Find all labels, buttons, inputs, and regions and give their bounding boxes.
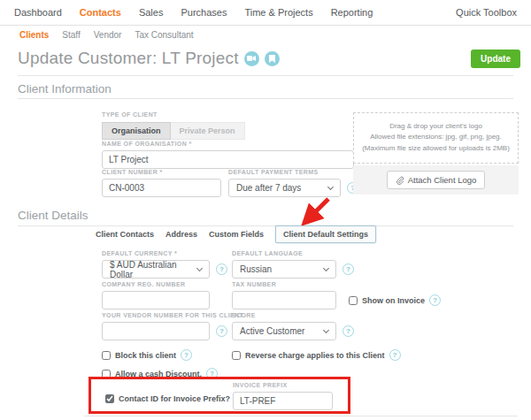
highlight-box: Contact ID for Invoice Prefix? ? INVOICE… — [88, 377, 350, 414]
client-number-label: CLIENT NUMBER * — [102, 169, 221, 175]
company-reg-number-label: COMPANY REG. NUMBER — [102, 281, 210, 287]
video-camera-icon[interactable] — [244, 51, 259, 66]
nav-item-sales[interactable]: Sales — [139, 7, 164, 18]
invoice-prefix-label: INVOICE PREFIX — [233, 382, 333, 388]
show-on-invoice-label: Show on Invoice — [362, 296, 425, 305]
vendor-number-group: YOUR VENDOR NUMBER FOR THIS CLIENT ? — [102, 312, 243, 340]
client-number-group: CLIENT NUMBER * — [102, 169, 221, 197]
tax-number-label: TAX NUMBER — [232, 281, 441, 287]
name-of-organisation-group: NAME OF ORGANISATION * — [102, 141, 354, 169]
default-payment-terms-value: Due after 7 days — [236, 183, 301, 193]
divider — [84, 416, 518, 416]
invoice-prefix-group: INVOICE PREFIX — [233, 382, 333, 410]
default-currency-select[interactable]: $ AUD Australian Dollar — [102, 260, 210, 279]
vendor-number-input[interactable] — [102, 322, 210, 340]
block-client-row: Block this client ? — [102, 349, 192, 361]
attach-client-logo-button[interactable]: Attach Client Logo — [387, 171, 486, 189]
client-details-tabs: Client Contacts Address Custom Fields Cl… — [96, 225, 376, 243]
help-icon[interactable]: ? — [181, 349, 192, 361]
dropzone-maxsize-text: (Maximum file size allowed for uploads i… — [354, 143, 518, 154]
logo-dropzone[interactable]: Drag & drop your client's logo Allowed f… — [353, 112, 519, 164]
score-label: SCORE — [232, 312, 354, 318]
default-language-label: DEFAULT LANGUAGE — [232, 250, 354, 256]
default-language-select[interactable]: Russian — [232, 260, 336, 279]
paperclip-icon — [396, 176, 404, 185]
reverse-charge-row: Reverse charge applies to this Client ? — [232, 349, 401, 361]
help-icon[interactable]: ? — [389, 349, 401, 361]
bookmark-icon[interactable] — [265, 51, 280, 66]
default-language-value: Russian — [240, 264, 272, 274]
chevron-down-icon — [327, 184, 334, 190]
score-group: SCORE Active Customer ? — [232, 312, 354, 340]
contact-id-prefix-label: Contact ID for Invoice Prefix? — [119, 394, 230, 403]
default-language-group: DEFAULT LANGUAGE Russian ? — [232, 250, 354, 279]
tab-client-default-settings[interactable]: Client Default Settings — [275, 225, 376, 243]
default-currency-group: DEFAULT CURRENCY * $ AUD Australian Doll… — [102, 250, 227, 279]
default-currency-label: DEFAULT CURRENCY * — [102, 250, 227, 256]
attach-logo-area: Attach Client Logo — [353, 165, 519, 195]
tax-number-group: TAX NUMBER Show on Invoice ? — [232, 281, 441, 309]
company-reg-number-group: COMPANY REG. NUMBER — [102, 281, 210, 309]
nav-item-quick-toolbox[interactable]: Quick Toolbox — [456, 7, 517, 18]
help-icon[interactable]: ? — [216, 263, 227, 275]
update-button[interactable]: Update — [471, 50, 520, 68]
contact-id-prefix-checkbox[interactable] — [105, 394, 114, 403]
client-information-heading: Client Information — [18, 82, 112, 95]
name-of-organisation-label: NAME OF ORGANISATION * — [102, 141, 354, 147]
block-client-label: Block this client — [115, 351, 176, 360]
attach-client-logo-label: Attach Client Logo — [408, 175, 477, 185]
tax-number-input[interactable] — [232, 291, 336, 309]
block-client-checkbox[interactable] — [102, 351, 111, 360]
help-icon[interactable]: ? — [342, 325, 354, 337]
nav-item-reporting[interactable]: Reporting — [331, 7, 373, 18]
organisation-toggle-button[interactable]: Organisation — [102, 122, 171, 140]
page-header: Update Customer: LT Project — [18, 46, 280, 71]
chevron-down-icon — [323, 327, 329, 333]
reverse-charge-label: Reverse charge applies to this Client — [245, 351, 385, 360]
client-logo-upload-panel: Drag & drop your client's logo Allowed f… — [353, 112, 519, 195]
nav-item-time-projects[interactable]: Time & Projects — [244, 7, 312, 18]
vendor-number-label: YOUR VENDOR NUMBER FOR THIS CLIENT — [102, 312, 243, 318]
divider — [18, 75, 513, 76]
tab-address[interactable]: Address — [165, 230, 197, 239]
type-of-client-group: TYPE OF CLIENT Organisation Private Pers… — [102, 111, 245, 140]
subnav-item-staff[interactable]: Staff — [62, 30, 80, 40]
invoice-prefix-input[interactable] — [233, 392, 333, 410]
default-payment-terms-label: DEFAULT PAYMENT TERMS — [228, 169, 358, 175]
nav-item-contacts[interactable]: Contacts — [80, 7, 121, 18]
subnav-item-vendor[interactable]: Vendor — [94, 30, 122, 40]
name-of-organisation-input[interactable] — [102, 150, 354, 169]
nav-item-dashboard[interactable]: Dashboard — [14, 7, 62, 18]
subnav-item-tax-consultant[interactable]: Tax Consultant — [135, 30, 193, 40]
default-payment-terms-group: DEFAULT PAYMENT TERMS Due after 7 days ? — [228, 169, 358, 197]
score-select[interactable]: Active Customer — [232, 322, 336, 340]
chevron-down-icon — [323, 265, 329, 271]
private-person-toggle-button[interactable]: Private Person — [171, 122, 245, 140]
client-details-heading: Client Details — [18, 209, 88, 222]
update-customer-page: Dashboard Contacts Sales Purchases Time … — [0, 0, 531, 420]
red-arrow-annotation — [297, 195, 333, 225]
divider — [18, 98, 513, 99]
show-on-invoice-checkbox[interactable] — [349, 296, 358, 305]
dropzone-extensions-text: Allowed file extensions: jpg, gif, png, … — [354, 132, 518, 142]
contact-id-prefix-row: Contact ID for Invoice Prefix? ? — [105, 393, 246, 404]
nav-item-purchases[interactable]: Purchases — [181, 7, 227, 18]
main-nav: Dashboard Contacts Sales Purchases Time … — [0, 0, 531, 26]
company-reg-number-input[interactable] — [102, 291, 210, 309]
reverse-charge-checkbox[interactable] — [232, 351, 241, 360]
type-of-client-toggle: Organisation Private Person — [102, 122, 245, 140]
client-number-input[interactable] — [102, 179, 221, 197]
help-icon[interactable]: ? — [216, 325, 227, 337]
subnav-item-clients[interactable]: Clients — [19, 30, 49, 40]
help-icon[interactable]: ? — [342, 263, 354, 275]
score-value: Active Customer — [240, 326, 304, 336]
tab-custom-fields[interactable]: Custom Fields — [209, 230, 264, 239]
contacts-subnav: Clients Staff Vendor Tax Consultant — [0, 26, 531, 44]
help-icon[interactable]: ? — [429, 294, 441, 306]
default-currency-value: $ AUD Australian Dollar — [110, 260, 197, 279]
show-on-invoice-row: Show on Invoice ? — [349, 294, 441, 306]
tab-client-contacts[interactable]: Client Contacts — [96, 230, 154, 239]
dropzone-drag-text: Drag & drop your client's logo — [354, 121, 518, 132]
page-title: Update Customer: LT Project — [18, 49, 239, 68]
default-payment-terms-select[interactable]: Due after 7 days — [228, 179, 341, 197]
